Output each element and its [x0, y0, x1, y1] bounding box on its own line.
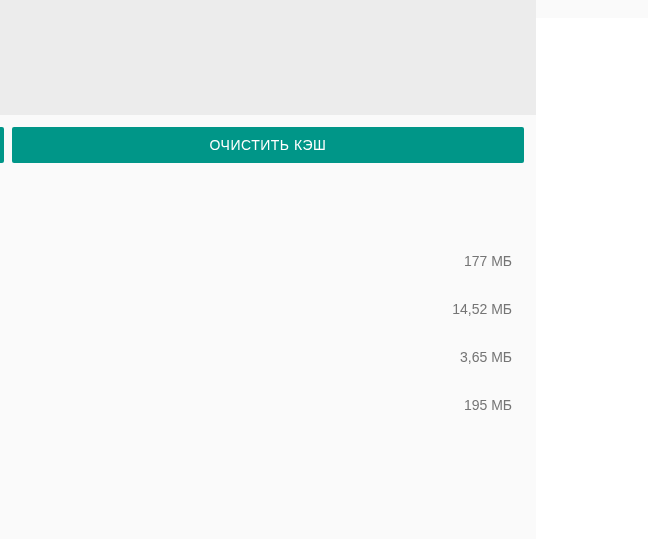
- clear-cache-label: ОЧИСТИТЬ КЭШ: [210, 137, 327, 153]
- main-panel: ОЧИСТИТЬ КЭШ 177 МБ 14,52 МБ 3,65 МБ 195…: [0, 0, 536, 539]
- clear-cache-button[interactable]: ОЧИСТИТЬ КЭШ: [12, 127, 524, 163]
- button-row: ОЧИСТИТЬ КЭШ: [0, 115, 536, 175]
- storage-value: 177 МБ: [464, 253, 512, 269]
- storage-value-row: 177 МБ: [0, 237, 512, 285]
- storage-value: 3,65 МБ: [460, 349, 512, 365]
- top-gray-area: [0, 0, 536, 115]
- storage-value-row: 195 МБ: [0, 381, 512, 429]
- right-panel: [536, 18, 648, 539]
- storage-value: 14,52 МБ: [452, 301, 512, 317]
- storage-value-row: 14,52 МБ: [0, 285, 512, 333]
- storage-values-list: 177 МБ 14,52 МБ 3,65 МБ 195 МБ: [0, 175, 536, 429]
- partial-button-edge[interactable]: [0, 127, 4, 163]
- storage-value-row: 3,65 МБ: [0, 333, 512, 381]
- storage-value: 195 МБ: [464, 397, 512, 413]
